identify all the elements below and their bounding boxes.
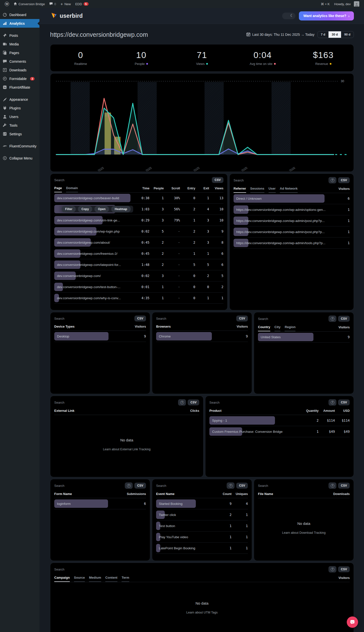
sidebar-item-appearance[interactable]: Appearance [0,95,40,104]
help-button[interactable]: ? [125,482,133,489]
table-row[interactable]: https://dev.conversionbridgewp.com/wp-ad… [234,204,350,215]
table-row[interactable]: dev.conversionbridgewp.com/beaver-build0… [54,193,224,204]
tab-referrer[interactable]: Referrer [234,187,246,193]
tab-source[interactable]: Source [74,576,85,582]
sidebar-item-comments[interactable]: Comments [0,57,40,66]
table-row[interactable]: Spying - 12$114$114 [209,415,350,426]
table-row[interactable]: dev.conversionbridgewp.com/why-is-conv..… [54,292,224,304]
tab-page[interactable]: Page [54,186,62,192]
help-button[interactable]: ? [328,315,336,322]
tab-country[interactable]: Country [258,325,270,331]
table-row[interactable]: FilterCopyOpenHeatmap1:03356%2410 [54,204,224,215]
sidebar-item-plugins[interactable]: Plugins [0,104,40,112]
table-row[interactable]: loginform6 [54,498,146,509]
empty-learn-link[interactable]: Learn about Download Tracking [282,531,326,534]
csv-export-button[interactable]: CSV [236,315,248,322]
table-row[interactable]: dev.conversionbridgewp.com/freemius-2/0:… [54,248,224,259]
sidebar-item-settings[interactable]: Settings [0,130,40,138]
tab-sessions[interactable]: Sessions [250,187,264,193]
table-row[interactable]: dev.conversionbridgewp.com/latepoint-for… [54,259,224,270]
sidebar-item-tools[interactable]: Tools [0,121,40,130]
sidebar-item-pages[interactable]: Pages [0,48,40,57]
cta-button[interactable]: Want analytics like these? › [299,11,354,21]
csv-export-button[interactable]: CSV [338,483,350,489]
csv-export-button[interactable]: CSV [338,316,350,322]
open-action-button[interactable]: Open [94,206,109,212]
search-input[interactable] [234,178,278,182]
range-button-7d[interactable]: 7 d [318,31,328,38]
sidebar-item-downloads[interactable]: Downloads [0,66,40,74]
chat-widget-button[interactable] [347,616,358,628]
tab-content[interactable]: Content [105,576,118,582]
sidebar-item-collapse-menu[interactable]: Collapse Menu [0,154,40,162]
table-row[interactable]: dev.conversionbridgewp.com/wp-login.php0… [54,226,224,237]
help-button[interactable]: ? [328,399,336,406]
table-row[interactable]: Twitter click21 [156,509,248,520]
search-input[interactable] [54,401,99,404]
range-button-30d[interactable]: 30 d [328,31,341,38]
sidebar-item-posts[interactable]: Posts [0,31,40,40]
sidebar-item-users[interactable]: Users [0,112,40,121]
csv-export-button[interactable]: CSV [188,400,199,405]
empty-learn-link[interactable]: Learn about External Link Tracking [103,448,150,451]
table-row[interactable]: https://dev.conversionbridgewp.com/wp-ad… [234,237,350,249]
table-row[interactable]: dev.conversionbridgewp.com/utm-link-ge..… [54,215,224,226]
csv-export-button[interactable]: CSV [134,315,146,322]
csv-export-button[interactable]: CSV [338,566,350,572]
table-row[interactable]: Desktop9 [54,331,146,342]
empty-learn-link[interactable]: Learn about UTM Tags [186,611,218,614]
dark-mode-toggle[interactable]: ☾ [282,13,296,19]
range-button-90d[interactable]: 90 d [341,31,354,38]
table-row[interactable]: Test button11 [156,520,248,531]
table-row[interactable]: Started Booking94 [156,498,248,509]
csv-export-button[interactable]: CSV [236,483,248,489]
sidebar-item-fluentcommunity[interactable]: FluentCommunity [0,142,40,150]
search-input[interactable] [54,317,99,321]
comments-menu[interactable]: 0 [47,0,58,8]
csv-export-button[interactable]: CSV [212,177,224,183]
table-row[interactable]: LatePoint Begin Booking11 [156,543,248,554]
new-content-menu[interactable]: + New [58,0,73,8]
site-menu[interactable]: Conversion Bridge [11,0,47,8]
tab-campaign[interactable]: Campaign [54,576,70,582]
sidebar-item-analytics[interactable]: Analytics [0,19,40,28]
table-row[interactable]: dev.conversionbridgewp.com/about/0:452-2… [54,237,224,248]
table-row[interactable]: dev.conversionbridgewp.com/0:023-025 [54,270,224,281]
search-input[interactable] [156,317,200,321]
tab-ad-network[interactable]: Ad Network [280,187,298,193]
sidebar-item-dashboard[interactable]: Dashboard [0,10,40,19]
csv-export-button[interactable]: CSV [338,400,350,405]
tab-region[interactable]: Region [284,325,296,331]
table-row[interactable]: Play YouTube video11 [156,531,248,543]
search-input[interactable] [54,484,99,488]
date-range[interactable]: Last 30 days: Thu 11 Dec 2025 → Today [246,32,314,37]
traffic-chart[interactable]: 30$114$49Dec 16, 2025Dec 21, 2025Dec 26,… [54,75,350,171]
command-shortcut[interactable]: ⌘ + K [318,0,332,8]
search-input[interactable] [54,178,99,182]
csv-export-button[interactable]: CSV [134,483,146,489]
search-input[interactable] [258,317,302,321]
table-row[interactable]: dev.conversionbridgewp.com/test-button-.… [54,281,224,292]
table-row[interactable]: Chrome9 [156,331,248,342]
table-row[interactable]: Custom Freemius Purchase: Conversion Bri… [209,426,350,437]
tab-medium[interactable]: Medium [89,576,101,582]
help-button[interactable]: ? [328,566,336,572]
help-button[interactable]: ? [328,177,336,183]
heatmap-action-button[interactable]: Heatmap [111,206,131,212]
tab-user[interactable]: User [268,187,276,193]
table-row[interactable]: United States9 [258,332,350,343]
filter-action-button[interactable]: Filter [62,206,76,212]
table-row[interactable]: https://dev.conversionbridgewp.com/wp-ad… [234,226,350,237]
sidebar-item-fluentaffiliate[interactable]: %FluentAffiliate [0,83,40,92]
wp-logo-menu[interactable]: W [2,0,11,8]
help-button[interactable]: ? [227,482,234,489]
search-input[interactable] [54,567,99,571]
search-input[interactable] [156,484,200,488]
search-input[interactable] [258,484,302,488]
account-menu[interactable]: Howdy, dev [332,0,362,8]
edd-menu[interactable]: EDD 5 [73,0,91,8]
table-row[interactable]: Direct / Unknown6 [234,193,350,204]
copy-action-button[interactable]: Copy [78,206,92,212]
tab-term[interactable]: Term [122,576,129,582]
help-button[interactable]: ? [328,482,336,489]
